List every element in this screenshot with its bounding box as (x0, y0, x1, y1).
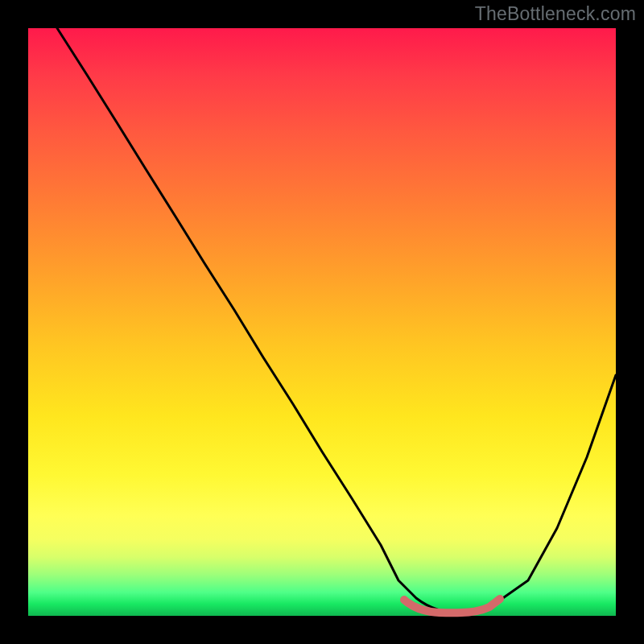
chart-frame: TheBottleneck.com (0, 0, 644, 644)
curve-svg (28, 28, 616, 616)
watermark-text: TheBottleneck.com (475, 3, 636, 25)
plot-area (28, 28, 616, 616)
bottleneck-curve (57, 28, 616, 613)
